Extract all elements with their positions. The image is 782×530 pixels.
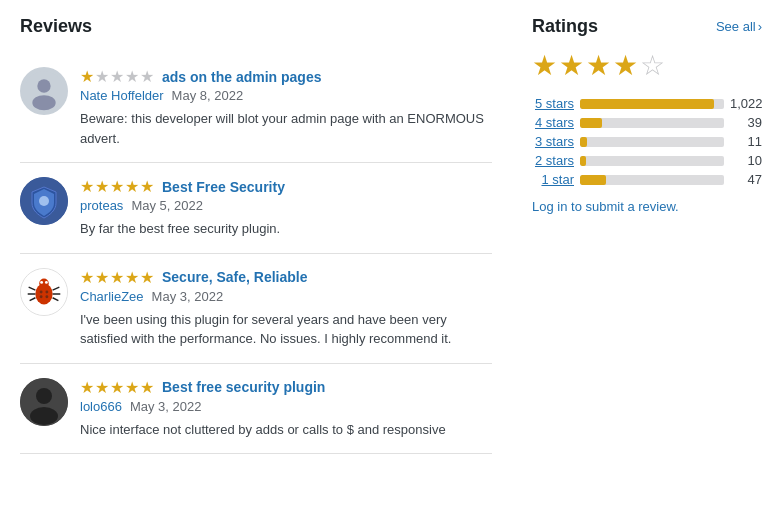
review-meta-3: CharlieZeeMay 3, 2022 [80,289,492,304]
see-all-link[interactable]: See all › [716,19,762,34]
rating-row-2: 4 stars39 [532,115,762,130]
reviewer-name-1[interactable]: Nate Hoffelder [80,88,164,103]
review-content-1: ★★★★★ads on the admin pagesNate Hoffelde… [80,67,492,148]
rating-count-2: 39 [730,115,762,130]
star-3: ★ [110,378,124,397]
review-date-1: May 8, 2022 [172,88,244,103]
rating-bar-fill-1 [580,99,714,109]
login-link[interactable]: Log in to submit a review. [532,199,679,214]
svg-point-1 [37,79,50,92]
review-item-1: ★★★★★ads on the admin pagesNate Hoffelde… [20,53,492,163]
avatar [20,177,68,225]
rating-bar-bg-1 [580,99,724,109]
review-stars-3: ★★★★★ [80,268,154,287]
ratings-title: Ratings [532,16,598,37]
rating-bar-fill-2 [580,118,602,128]
review-header-3: ★★★★★Secure, Safe, Reliable [80,268,492,287]
svg-point-21 [36,388,52,404]
review-meta-2: proteasMay 5, 2022 [80,198,492,213]
rating-bar-bg-4 [580,156,724,166]
review-meta-4: lolo666May 3, 2022 [80,399,492,414]
review-text-4: Nice interface not cluttered by adds or … [80,420,492,440]
rating-row-5: 1 star47 [532,172,762,187]
svg-point-4 [39,196,49,206]
svg-point-2 [32,95,55,110]
rating-count-4: 10 [730,153,762,168]
rating-label-4[interactable]: 2 stars [532,153,574,168]
review-date-2: May 5, 2022 [131,198,203,213]
svg-point-18 [40,295,43,298]
avatar [20,268,68,316]
big-star-1: ★ [532,49,557,82]
login-prompt: Log in to submit a review. [532,199,762,214]
star-1: ★ [80,378,94,397]
reviews-list: ★★★★★ads on the admin pagesNate Hoffelde… [20,53,492,454]
review-title-link-2[interactable]: Best Free Security [162,179,285,195]
rating-label-3[interactable]: 3 stars [532,134,574,149]
star-5: ★ [140,177,154,196]
rating-label-5[interactable]: 1 star [532,172,574,187]
see-all-arrow-icon: › [758,19,762,34]
review-text-3: I've been using this plugin for several … [80,310,492,349]
star-1: ★ [80,67,94,86]
review-title-link-4[interactable]: Best free security plugin [162,379,325,395]
reviewer-name-4[interactable]: lolo666 [80,399,122,414]
review-text-1: Beware: this developer will blot your ad… [80,109,492,148]
rating-bar-fill-5 [580,175,606,185]
rating-label-1[interactable]: 5 stars [532,96,574,111]
review-title-link-3[interactable]: Secure, Safe, Reliable [162,269,308,285]
review-item-4: ★★★★★Best free security pluginlolo666May… [20,364,492,455]
reviews-section: Reviews ★★★★★ads on the admin pagesNate … [20,16,492,454]
reviewer-name-3[interactable]: CharlieZee [80,289,144,304]
rating-row-1: 5 stars1,022 [532,96,762,111]
review-meta-1: Nate HoffelderMay 8, 2022 [80,88,492,103]
rating-bar-bg-5 [580,175,724,185]
star-4: ★ [125,268,139,287]
rating-bar-fill-3 [580,137,587,147]
review-date-4: May 3, 2022 [130,399,202,414]
rating-count-5: 47 [730,172,762,187]
svg-point-8 [40,280,43,283]
star-4: ★ [125,378,139,397]
star-1: ★ [80,177,94,196]
review-header-1: ★★★★★ads on the admin pages [80,67,492,86]
reviews-title: Reviews [20,16,492,37]
review-header-4: ★★★★★Best free security plugin [80,378,492,397]
ratings-header: Ratings See all › [532,16,762,37]
star-5: ★ [140,67,154,86]
rating-label-2[interactable]: 4 stars [532,115,574,130]
rating-row-3: 3 stars11 [532,134,762,149]
star-2: ★ [95,67,109,86]
review-date-3: May 3, 2022 [152,289,224,304]
svg-point-9 [45,280,48,283]
star-2: ★ [95,268,109,287]
ratings-bars: 5 stars1,0224 stars393 stars112 stars101… [532,96,762,187]
rating-row-4: 2 stars10 [532,153,762,168]
star-4: ★ [125,177,139,196]
avatar [20,378,68,426]
svg-point-16 [40,290,43,293]
big-star-2: ★ [559,49,584,82]
review-stars-4: ★★★★★ [80,378,154,397]
svg-point-22 [30,407,58,425]
review-title-link-1[interactable]: ads on the admin pages [162,69,321,85]
overall-stars: ★★★★☆ [532,49,762,82]
review-item-3: ★★★★★Secure, Safe, ReliableCharlieZeeMay… [20,254,492,364]
svg-point-17 [45,290,48,293]
star-3: ★ [110,268,124,287]
review-item-2: ★★★★★Best Free SecurityproteasMay 5, 202… [20,163,492,254]
star-2: ★ [95,378,109,397]
rating-count-1: 1,022 [730,96,762,111]
star-3: ★ [110,177,124,196]
star-2: ★ [95,177,109,196]
review-header-2: ★★★★★Best Free Security [80,177,492,196]
review-stars-1: ★★★★★ [80,67,154,86]
star-3: ★ [110,67,124,86]
star-5: ★ [140,378,154,397]
rating-bar-bg-2 [580,118,724,128]
svg-point-19 [45,295,48,298]
review-content-2: ★★★★★Best Free SecurityproteasMay 5, 202… [80,177,492,239]
reviewer-name-2[interactable]: proteas [80,198,123,213]
rating-bar-fill-4 [580,156,586,166]
big-star-3: ★ [586,49,611,82]
